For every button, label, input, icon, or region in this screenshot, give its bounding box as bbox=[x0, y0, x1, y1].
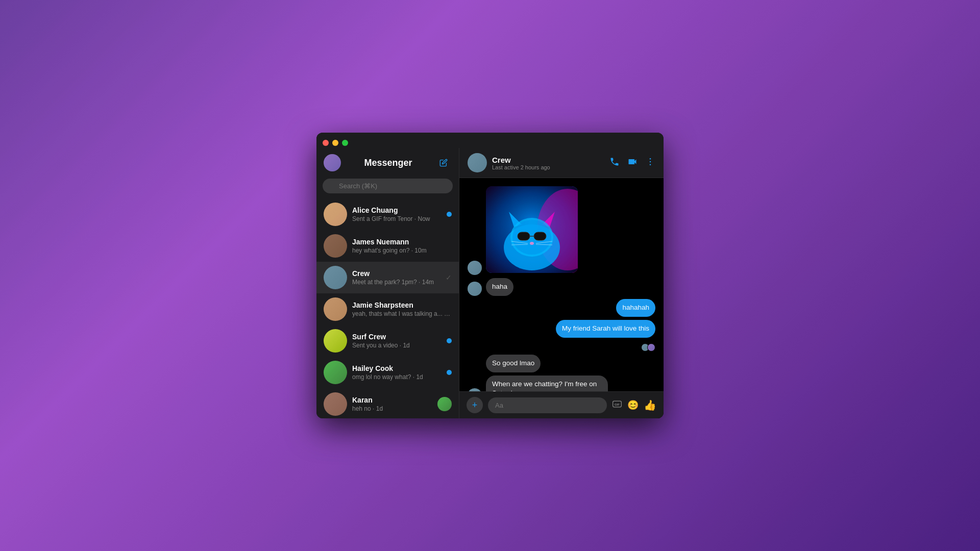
chat-panel: Crew Last active 2 hours ago bbox=[459, 148, 664, 418]
input-actions: GIF 😊 👍 bbox=[612, 399, 656, 412]
svg-rect-11 bbox=[518, 232, 530, 240]
conversation-name: Karan bbox=[352, 396, 432, 404]
thumbs-up-button[interactable]: 👍 bbox=[644, 399, 656, 411]
maximize-button[interactable] bbox=[342, 140, 348, 146]
list-item[interactable]: James Nuemann hey what's going on? · 10m bbox=[316, 230, 459, 262]
list-item[interactable]: Hailey Cook omg lol no way what? · 1d bbox=[316, 357, 459, 388]
svg-point-14 bbox=[530, 242, 534, 245]
conversation-name: James Nuemann bbox=[352, 238, 452, 246]
main-layout: Messenger 🔍 bbox=[316, 148, 664, 418]
message-input[interactable] bbox=[488, 397, 607, 413]
messages-area: haha hahahah My friend Sarah will love t… bbox=[459, 178, 664, 391]
reactions bbox=[641, 343, 655, 352]
chat-actions bbox=[609, 157, 655, 169]
svg-point-1 bbox=[650, 161, 651, 162]
svg-text:GIF: GIF bbox=[615, 403, 620, 406]
avatar bbox=[324, 203, 347, 226]
chat-name: Crew bbox=[492, 156, 604, 164]
message-avatar bbox=[468, 261, 482, 275]
message-bubble: hahahah bbox=[616, 299, 655, 317]
conversation-preview: hey what's going on? · 10m bbox=[352, 247, 452, 254]
avatar bbox=[324, 234, 347, 258]
conversation-preview: yeah, thats what I was talking a... · 4h bbox=[352, 310, 452, 317]
conversation-info: Alice Chuang Sent a GIF from Tenor · Now bbox=[352, 206, 442, 222]
svg-point-2 bbox=[650, 164, 651, 165]
conversation-preview: Meet at the park? 1pm? · 14m bbox=[352, 279, 440, 286]
message-avatar bbox=[468, 282, 482, 296]
list-item[interactable]: Karan heh no · 1d bbox=[316, 388, 459, 418]
unread-indicator bbox=[447, 212, 452, 217]
unread-indicator bbox=[447, 338, 452, 343]
conversation-info: Crew Meet at the park? 1pm? · 14m bbox=[352, 269, 440, 286]
minimize-button[interactable] bbox=[332, 140, 338, 146]
message-bubble: So good lmao bbox=[486, 355, 541, 372]
app-window: Messenger 🔍 bbox=[316, 133, 664, 418]
input-bar: + GIF 😊 👍 bbox=[459, 391, 664, 418]
list-item[interactable]: Jamie Sharpsteen yeah, thats what I was … bbox=[316, 293, 459, 325]
conversation-preview: heh no · 1d bbox=[352, 405, 432, 412]
message-row: My friend Sarah will love this bbox=[468, 320, 655, 352]
chat-status: Last active 2 hours ago bbox=[492, 164, 604, 170]
conversation-info: Karan heh no · 1d bbox=[352, 396, 432, 412]
add-attachment-button[interactable]: + bbox=[467, 397, 483, 413]
traffic-lights bbox=[323, 140, 348, 146]
conversation-list: Alice Chuang Sent a GIF from Tenor · Now… bbox=[316, 198, 459, 418]
avatar bbox=[324, 361, 347, 384]
unread-indicator bbox=[447, 370, 452, 375]
avatar bbox=[324, 266, 347, 289]
message-row: When are we chatting? I'm free on Saturd… bbox=[468, 375, 655, 391]
emoji-button[interactable]: 😊 bbox=[627, 399, 639, 411]
avatar bbox=[324, 329, 347, 353]
search-input[interactable] bbox=[323, 179, 453, 193]
message-bubble: My friend Sarah will love this bbox=[556, 320, 655, 338]
cat-image-message bbox=[486, 186, 578, 273]
read-indicator: ✓ bbox=[446, 273, 452, 282]
avatar bbox=[324, 392, 347, 416]
list-item[interactable]: Crew Meet at the park? 1pm? · 14m ✓ bbox=[316, 262, 459, 293]
sidebar: Messenger 🔍 bbox=[316, 148, 459, 418]
message-bubble: When are we chatting? I'm free on Saturd… bbox=[486, 375, 608, 391]
title-bar bbox=[316, 133, 664, 148]
message-row: hahahah bbox=[468, 299, 655, 317]
conversation-info: James Nuemann hey what's going on? · 10m bbox=[352, 238, 452, 254]
conversation-badge bbox=[437, 397, 452, 411]
conversation-name: Hailey Cook bbox=[352, 364, 442, 372]
search-container: 🔍 bbox=[316, 177, 459, 198]
conversation-name: Jamie Sharpsteen bbox=[352, 301, 452, 309]
avatar bbox=[324, 297, 347, 321]
message-row: So good lmao bbox=[468, 355, 655, 372]
conversation-name: Surf Crew bbox=[352, 333, 442, 341]
sidebar-title: Messenger bbox=[346, 158, 430, 168]
svg-rect-12 bbox=[534, 232, 546, 240]
message-bubble: haha bbox=[486, 278, 513, 296]
conversation-name: Alice Chuang bbox=[352, 206, 442, 214]
message-row bbox=[468, 186, 655, 275]
video-button[interactable] bbox=[627, 157, 638, 169]
compose-button[interactable] bbox=[435, 155, 452, 171]
list-item[interactable]: Alice Chuang Sent a GIF from Tenor · Now bbox=[316, 198, 459, 230]
sidebar-header: Messenger bbox=[316, 148, 459, 177]
chat-header: Crew Last active 2 hours ago bbox=[459, 148, 664, 178]
phone-button[interactable] bbox=[609, 157, 620, 169]
gif-button[interactable]: GIF bbox=[612, 399, 622, 412]
reaction-avatar bbox=[647, 343, 655, 352]
search-wrapper: 🔍 bbox=[323, 179, 453, 193]
more-options-button[interactable] bbox=[645, 157, 655, 169]
conversation-preview: Sent you a video · 1d bbox=[352, 342, 442, 349]
close-button[interactable] bbox=[323, 140, 329, 146]
conversation-info: Jamie Sharpsteen yeah, thats what I was … bbox=[352, 301, 452, 317]
user-avatar[interactable] bbox=[324, 154, 341, 171]
chat-avatar bbox=[468, 153, 487, 172]
message-row: haha bbox=[468, 278, 655, 296]
conversation-preview: Sent a GIF from Tenor · Now bbox=[352, 215, 442, 222]
list-item[interactable]: Surf Crew Sent you a video · 1d bbox=[316, 325, 459, 357]
chat-info: Crew Last active 2 hours ago bbox=[492, 156, 604, 170]
conversation-info: Hailey Cook omg lol no way what? · 1d bbox=[352, 364, 442, 381]
conversation-preview: omg lol no way what? · 1d bbox=[352, 373, 442, 381]
conversation-name: Crew bbox=[352, 269, 440, 278]
svg-point-0 bbox=[650, 158, 651, 159]
conversation-info: Surf Crew Sent you a video · 1d bbox=[352, 333, 442, 349]
